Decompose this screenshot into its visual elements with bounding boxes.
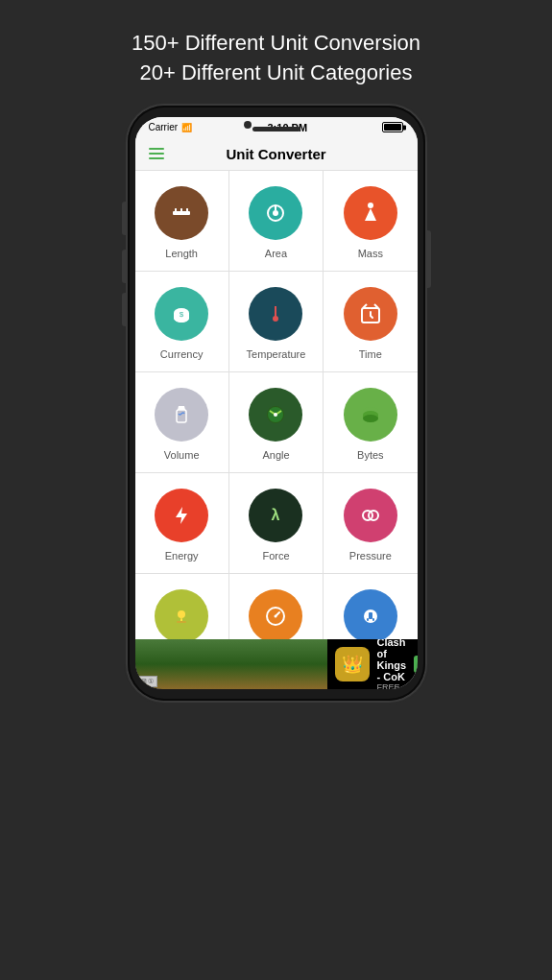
pressure-icon: [344, 489, 397, 542]
status-left: Carrier 📶: [149, 122, 193, 132]
phone-speaker: [252, 127, 300, 131]
mass-label: Mass: [358, 248, 383, 259]
energy-icon: [155, 489, 208, 542]
mass-icon: [344, 186, 397, 240]
ad-title: Clash of Kings - CoK: [377, 639, 407, 682]
grid-item-area[interactable]: Area: [229, 171, 323, 271]
bytes-icon: [344, 388, 397, 442]
status-right: [382, 122, 403, 132]
currency-label: Currency: [160, 348, 204, 360]
hamburger-menu-icon[interactable]: [149, 148, 164, 159]
svg-text:$: $: [180, 310, 184, 319]
headline-line1: 150+ Different Unit Conversion: [132, 29, 420, 59]
length-label: Length: [165, 248, 198, 259]
svg-rect-2: [180, 208, 182, 211]
nav-title: Unit Converter: [164, 146, 389, 162]
angle-icon: [249, 388, 302, 442]
currency-icon: $: [155, 287, 208, 341]
bytes-label: Bytes: [357, 449, 384, 461]
svg-point-5: [273, 210, 278, 216]
ad-install-button[interactable]: INSTALL: [414, 656, 417, 673]
volume-label: Volume: [164, 449, 200, 461]
svg-rect-3: [186, 208, 188, 211]
grid-item-energy[interactable]: Energy: [135, 473, 228, 573]
svg-point-18: [274, 413, 277, 417]
svg-point-7: [368, 203, 373, 208]
svg-rect-36: [369, 612, 372, 619]
wifi-icon: 📶: [181, 123, 192, 132]
svg-rect-38: [372, 618, 374, 621]
grid-item-speed[interactable]: Speed: [229, 574, 323, 639]
svg-marker-24: [176, 507, 187, 524]
grid-item-pressure[interactable]: Pressure: [324, 473, 417, 573]
ad-text: Clash of Kings - CoK FREE: [377, 639, 407, 689]
svg-rect-0: [173, 211, 190, 215]
phone-camera: [244, 121, 252, 129]
grid-item-mass[interactable]: Mass: [324, 171, 417, 271]
length-icon: [155, 186, 208, 240]
grid-item-temperature[interactable]: Temperature: [229, 272, 323, 371]
battery-icon: [382, 122, 403, 132]
ad-content: 👑 Clash of Kings - CoK FREE INSTALL: [327, 639, 418, 689]
svg-point-28: [178, 610, 185, 618]
grid-item-angle[interactable]: Angle: [229, 372, 323, 472]
force-icon: λ: [249, 489, 302, 542]
grid-item-time[interactable]: Time: [324, 272, 417, 371]
time-icon: [344, 287, 397, 341]
svg-rect-15: [177, 410, 186, 422]
svg-rect-30: [177, 621, 186, 623]
svg-rect-37: [367, 618, 369, 621]
grid-item-light[interactable]: Light: [135, 574, 228, 639]
ad-banner[interactable]: ⊠ ① 👑 Clash of Kings - CoK FREE INSTALL: [135, 639, 418, 689]
grid-item-power[interactable]: Power: [324, 574, 417, 639]
temperature-icon: [249, 287, 302, 341]
carrier-text: Carrier: [149, 122, 179, 132]
area-icon: [249, 186, 302, 240]
svg-rect-1: [175, 208, 177, 211]
phone-frame: Carrier 📶 3:10 PM Unit Converter LengthA…: [128, 106, 425, 701]
grid-item-bytes[interactable]: Bytes: [324, 372, 417, 472]
ad-free-label: FREE: [377, 682, 407, 689]
svg-rect-13: [275, 306, 276, 318]
force-label: Force: [262, 550, 289, 562]
time-label: Time: [359, 348, 382, 360]
svg-text:λ: λ: [272, 507, 280, 523]
svg-point-33: [275, 614, 277, 617]
grid-container[interactable]: LengthAreaMass$CurrencyTemperatureTimeVo…: [135, 171, 418, 639]
ad-image: ⊠ ①: [135, 639, 327, 689]
area-label: Area: [265, 248, 287, 259]
ad-badge: ⊠ ①: [137, 676, 158, 687]
grid-item-force[interactable]: λForce: [229, 473, 323, 573]
energy-label: Energy: [165, 550, 199, 562]
grid-item-length[interactable]: Length: [135, 171, 228, 271]
power-icon: [344, 589, 397, 639]
phone-screen: Carrier 📶 3:10 PM Unit Converter LengthA…: [135, 117, 418, 689]
headline: 150+ Different Unit Conversion 20+ Diffe…: [132, 29, 420, 88]
grid-item-volume[interactable]: Volume: [135, 372, 228, 472]
category-grid: LengthAreaMass$CurrencyTemperatureTimeVo…: [135, 171, 418, 639]
svg-point-23: [363, 415, 378, 422]
ad-app-icon: 👑: [335, 647, 370, 681]
volume-icon: [155, 388, 208, 442]
battery-fill: [384, 124, 401, 131]
nav-bar: Unit Converter: [135, 138, 418, 171]
headline-line2: 20+ Different Unit Categories: [132, 59, 420, 88]
grid-item-currency[interactable]: $Currency: [135, 272, 228, 371]
pressure-label: Pressure: [349, 550, 392, 562]
angle-label: Angle: [262, 449, 289, 461]
light-icon: [155, 589, 208, 639]
temperature-label: Temperature: [247, 348, 306, 360]
speed-icon: [249, 589, 302, 639]
